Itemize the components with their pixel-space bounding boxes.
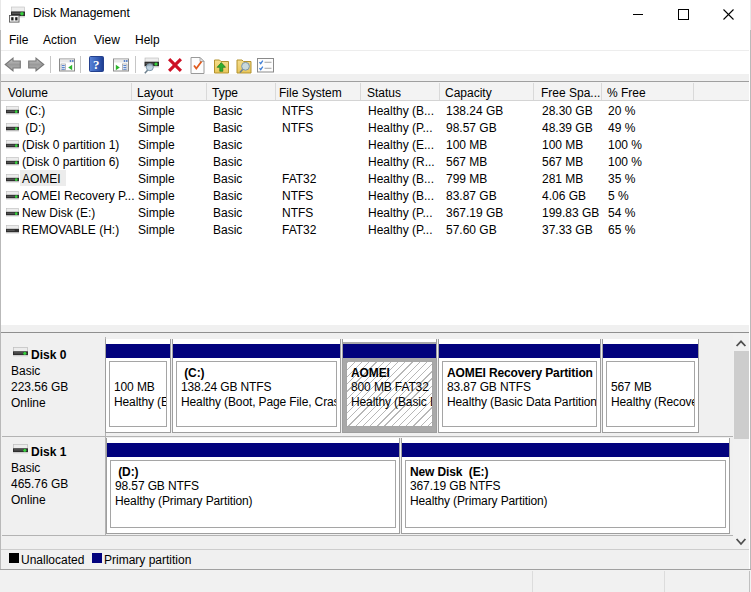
- svg-text:?: ?: [93, 57, 100, 72]
